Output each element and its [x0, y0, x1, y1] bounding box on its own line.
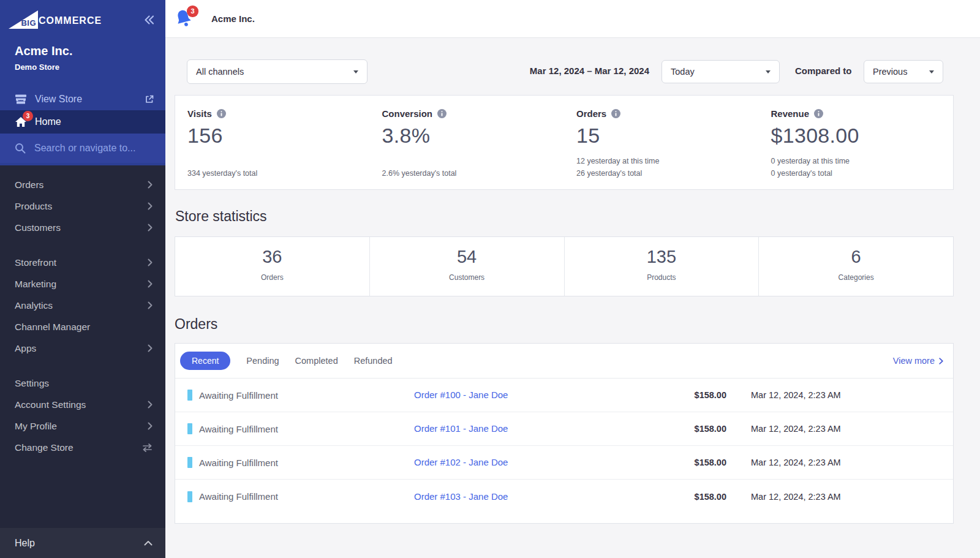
nav-label: Storefront [15, 257, 56, 268]
order-link[interactable]: Order #101 - Jane Doe [414, 423, 508, 434]
order-status: Awaiting Fulfillment [199, 424, 278, 434]
kpi-band: Visits 156 334 yesterday's total Convers… [175, 95, 954, 190]
sidebar-item-home[interactable]: 3 Home [0, 110, 165, 134]
sidebar-item-account-settings[interactable]: Account Settings [0, 394, 165, 415]
nav-label: Products [15, 201, 52, 212]
sidebar-top: BIG COMMERCE Acme Inc. Demo Store View S… [0, 0, 165, 165]
sidebar-item-orders[interactable]: Orders [0, 174, 165, 195]
nav-group-divider [0, 238, 165, 252]
order-link[interactable]: Order #100 - Jane Doe [414, 390, 508, 400]
period-select-value: Today [671, 67, 695, 77]
store-subtitle: Demo Store [15, 62, 151, 72]
sidebar-item-channel-manager[interactable]: Channel Manager [0, 316, 165, 337]
order-row: Awaiting Fulfillment Order #101 - Jane D… [175, 412, 953, 446]
compared-to-label: Compared to [795, 66, 852, 76]
sidebar-item-products[interactable]: Products [0, 195, 165, 217]
order-amount: $158.00 [604, 424, 726, 434]
chevron-right-icon [148, 401, 153, 409]
info-icon[interactable] [217, 109, 226, 118]
kpi-subtext: 334 yesterday's total [187, 167, 364, 179]
chevron-right-icon [148, 181, 153, 189]
chevron-right-icon [148, 422, 153, 430]
info-icon[interactable] [814, 109, 823, 118]
search-icon [15, 143, 26, 154]
tab-completed[interactable]: Completed [295, 356, 338, 366]
nav-label: Change Store [15, 442, 74, 453]
info-icon[interactable] [437, 109, 447, 118]
main-area: 3 Acme Inc. All channels Mar 12, 2024 – … [165, 0, 980, 558]
order-amount: $158.00 [604, 492, 726, 502]
chevron-right-icon [148, 301, 153, 309]
logo-big-text: BIG [21, 18, 36, 28]
order-row: Awaiting Fulfillment Order #100 - Jane D… [175, 379, 953, 412]
period-select[interactable]: Today [662, 60, 780, 83]
notifications-bell-icon[interactable]: 3 [175, 9, 194, 29]
sidebar-search-input[interactable]: Search or navigate to... [0, 134, 165, 163]
tab-refunded[interactable]: Refunded [354, 356, 393, 366]
chevron-right-icon [148, 258, 153, 266]
orders-section-title: Orders [175, 316, 954, 333]
sidebar-collapse-icon[interactable] [143, 15, 155, 25]
sidebar-item-apps[interactable]: Apps [0, 337, 165, 359]
kpi-subtext: 2.6% yesterday's total [382, 167, 559, 179]
order-row: Awaiting Fulfillment Order #102 - Jane D… [175, 446, 953, 480]
status-indicator [187, 491, 192, 502]
kpi-value: $1308.00 [771, 124, 948, 148]
kpi-conversion: Conversion 3.8% 2.6% yesterday's total [370, 96, 565, 189]
dashboard-content: All channels Mar 12, 2024 – Mar 12, 2024… [165, 38, 980, 558]
sidebar-item-analytics[interactable]: Analytics [0, 295, 165, 316]
kpi-label: Visits [187, 108, 212, 119]
sidebar-item-change-store[interactable]: Change Store [0, 437, 165, 458]
kpi-value: 156 [187, 124, 364, 148]
nav-label: Customers [15, 222, 61, 233]
view-store-label: View Store [35, 94, 82, 105]
logo-triangle-icon: BIG [9, 10, 38, 29]
kpi-subtext: 0 yesterday at this time [771, 155, 948, 167]
date-range-label: Mar 12, 2024 – Mar 12, 2024 [175, 66, 649, 76]
chevron-up-icon [144, 540, 153, 546]
view-more-link[interactable]: View more [893, 356, 943, 366]
sidebar-item-my-profile[interactable]: My Profile [0, 415, 165, 437]
nav-label: Channel Manager [15, 322, 90, 333]
stat-value: 36 [175, 247, 369, 267]
view-more-label: View more [893, 356, 935, 366]
kpi-subtext [382, 155, 559, 167]
status-indicator [187, 457, 192, 468]
stat-label: Products [565, 273, 759, 282]
order-link[interactable]: Order #103 - Jane Doe [414, 491, 508, 502]
nav-label: Orders [15, 179, 43, 190]
caret-down-icon [766, 70, 771, 74]
compare-select[interactable]: Previous [864, 60, 943, 83]
order-link[interactable]: Order #102 - Jane Doe [414, 457, 508, 467]
tab-pending[interactable]: Pending [246, 356, 279, 366]
nav-label: Account Settings [15, 399, 86, 410]
storefront-icon [15, 94, 27, 105]
kpi-subtext: 26 yesterday's total [576, 167, 753, 179]
kpi-subtext: 12 yesterday at this time [576, 155, 753, 167]
kpi-value: 3.8% [382, 124, 559, 148]
kpi-orders: Orders 15 12 yesterday at this time 26 y… [564, 96, 759, 189]
kpi-subtext: 0 yesterday's total [771, 167, 948, 179]
nav-group-divider [0, 359, 165, 372]
order-row: Awaiting Fulfillment Order #103 - Jane D… [175, 480, 953, 513]
help-button[interactable]: Help [0, 528, 165, 558]
order-amount: $158.00 [604, 390, 726, 400]
info-icon[interactable] [611, 109, 620, 118]
tab-recent[interactable]: Recent [180, 352, 230, 370]
sidebar-item-marketing[interactable]: Marketing [0, 273, 165, 295]
order-status: Awaiting Fulfillment [199, 491, 278, 502]
order-date: Mar 12, 2024, 2:23 AM [726, 492, 953, 502]
sidebar-item-settings[interactable]: Settings [0, 372, 165, 394]
home-badge: 3 [23, 111, 33, 121]
chevron-right-icon [148, 280, 153, 288]
notification-badge: 3 [187, 6, 198, 17]
chevron-right-icon [148, 344, 153, 352]
compare-select-value: Previous [873, 67, 907, 77]
view-store-button[interactable]: View Store [0, 88, 165, 110]
nav-label: Apps [15, 343, 36, 354]
sidebar-item-customers[interactable]: Customers [0, 217, 165, 238]
stat-label: Categories [759, 273, 953, 282]
stat-products: 135 Products [565, 237, 760, 296]
sidebar-item-storefront[interactable]: Storefront [0, 252, 165, 273]
store-statistics-row: 36 Orders 54 Customers 135 Products 6 Ca… [175, 236, 954, 296]
